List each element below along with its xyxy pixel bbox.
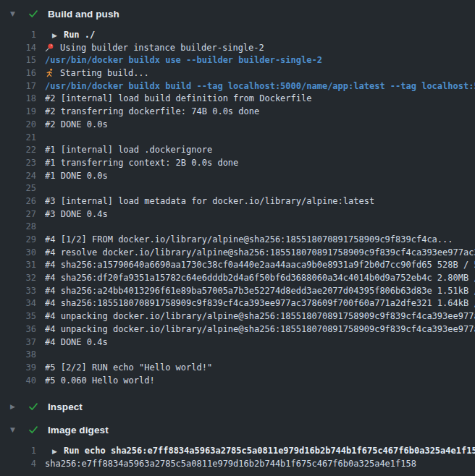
log-line: 17 /usr/bin/docker buildx build --tag lo…	[0, 80, 475, 93]
check-icon	[28, 424, 39, 435]
expand-arrow-icon[interactable]: ▶	[52, 446, 57, 458]
log-section-image-digest: ▼ Image digest 1 ▶Run echo sha256:e7ff88…	[0, 419, 475, 476]
line-number[interactable]: 30	[0, 247, 36, 260]
line-number[interactable]: 17	[0, 80, 36, 93]
line-number[interactable]: 36	[0, 323, 36, 336]
check-icon	[28, 8, 39, 20]
log-text: #2 transferring dockerfile: 74B 0.0s don…	[45, 106, 475, 119]
line-number[interactable]: 14	[0, 42, 36, 55]
log-text: #4 unpacking docker.io/library/alpine@sh…	[45, 323, 475, 336]
line-number[interactable]: 27	[0, 208, 36, 221]
line-number[interactable]: 23	[0, 157, 36, 170]
log-text	[45, 182, 475, 195]
log-line: 22 #1 [internal] load .dockerignore	[0, 144, 475, 157]
line-number[interactable]: 15	[0, 54, 36, 67]
line-number[interactable]: 31	[0, 259, 36, 272]
log-text: Using builder instance builder-single-2	[45, 42, 475, 55]
log-line: 35 #4 unpacking docker.io/library/alpine…	[0, 310, 475, 323]
log-line: 21	[0, 132, 475, 145]
section-title: Image digest	[48, 425, 109, 435]
line-number[interactable]: 16	[0, 67, 36, 80]
chevron-right-icon[interactable]: ▶	[10, 396, 28, 417]
line-number[interactable]: 28	[0, 221, 36, 234]
line-number[interactable]: 26	[0, 195, 36, 208]
log-text: #4 sha256:185518070891758909c9f839cf4ca3…	[45, 297, 475, 310]
log-line: 39 #5 [2/2] RUN echo "Hello world!"	[0, 362, 475, 375]
log-text: ▶Run ./	[45, 29, 475, 42]
log-line: 20 #2 DONE 0.0s	[0, 119, 475, 132]
line-number[interactable]: 19	[0, 106, 36, 119]
actions-log: ▼ Build and push 1 ▶Run ./ 14 Using buil…	[0, 0, 475, 476]
log-text: sha256:e7ff8834a5963a2785c5a0811e979d16b…	[45, 458, 475, 471]
log-text	[45, 349, 475, 362]
log-text: #5 [2/2] RUN echo "Hello world!"	[45, 362, 475, 375]
log-text: /usr/bin/docker buildx build --tag local…	[45, 80, 475, 93]
line-number[interactable]: 18	[0, 93, 36, 106]
log-text: #4 sha256:df20fa9351a15782c64e6dddb2d4a6…	[45, 272, 475, 285]
log-line: 18 #2 [internal] load build definition f…	[0, 93, 475, 106]
line-number[interactable]: 40	[0, 375, 36, 388]
pushpin-icon	[45, 43, 54, 52]
line-number[interactable]: 37	[0, 336, 36, 349]
log-text: #4 DONE 0.4s	[45, 336, 475, 349]
log-line: 27 #3 DONE 0.4s	[0, 208, 475, 221]
log-text: #4 sha256:a24bb4013296f61e89ba57005a7b3e…	[45, 285, 475, 298]
section-header-image-digest[interactable]: ▼ Image digest	[0, 419, 475, 441]
log-line: 34 #4 sha256:185518070891758909c9f839cf4…	[0, 297, 475, 310]
log-line: 14 Using builder instance builder-single…	[0, 42, 475, 55]
line-number[interactable]: 34	[0, 297, 36, 310]
line-number[interactable]: 38	[0, 349, 36, 362]
log-text	[45, 221, 475, 234]
line-number[interactable]: 20	[0, 119, 36, 132]
line-number[interactable]: 32	[0, 272, 36, 285]
log-text: #1 DONE 0.0s	[45, 170, 475, 183]
log-text: #2 [internal] load build definition from…	[45, 93, 475, 106]
section-header-inspect[interactable]: ▶ Inspect	[0, 396, 475, 417]
chevron-down-icon[interactable]: ▼	[10, 3, 28, 25]
log-line: 24 #1 DONE 0.0s	[0, 170, 475, 183]
log-line: 40 #5 0.060 Hello world!	[0, 375, 475, 388]
expand-arrow-icon[interactable]: ▶	[52, 30, 57, 42]
log-line: 16 Starting build...	[0, 67, 475, 80]
line-number[interactable]: 29	[0, 234, 36, 247]
log-text: #4 unpacking docker.io/library/alpine@sh…	[45, 310, 475, 323]
log-line: 19 #2 transferring dockerfile: 74B 0.0s …	[0, 106, 475, 119]
log-text: /usr/bin/docker buildx use --builder bui…	[45, 54, 475, 67]
log-text: #1 [internal] load .dockerignore	[45, 144, 475, 157]
log-line: 23 #1 transferring context: 2B 0.0s done	[0, 157, 475, 170]
log-line: 1 ▶Run echo sha256:e7ff8834a5963a2785c5a…	[0, 445, 475, 458]
log-line: 31 #4 sha256:a15790640a6690aa1730c38cf0a…	[0, 259, 475, 272]
log-section-build-and-push: ▼ Build and push 1 ▶Run ./ 14 Using buil…	[0, 3, 475, 394]
log-text	[45, 132, 475, 145]
runner-icon	[45, 68, 54, 77]
log-line: 26 #3 [internal] load metadata for docke…	[0, 195, 475, 208]
log-line: 15 /usr/bin/docker buildx use --builder …	[0, 54, 475, 67]
section-body: 1 ▶Run ./ 14 Using builder instance buil…	[0, 25, 475, 394]
log-text: Starting build...	[45, 67, 475, 80]
line-number[interactable]: 33	[0, 285, 36, 298]
line-number[interactable]: 39	[0, 362, 36, 375]
log-text: #4 [1/2] FROM docker.io/library/alpine@s…	[45, 234, 475, 247]
log-line: 30 #4 resolve docker.io/library/alpine@s…	[0, 247, 475, 260]
log-text: #3 DONE 0.4s	[45, 208, 475, 221]
line-number[interactable]: 24	[0, 170, 36, 183]
log-text: #1 transferring context: 2B 0.0s done	[45, 157, 475, 170]
section-title: Build and push	[48, 9, 119, 20]
line-number[interactable]: 21	[0, 132, 36, 145]
log-text: #4 sha256:a15790640a6690aa1730c38cf0a440…	[45, 259, 475, 272]
chevron-down-icon[interactable]: ▼	[10, 419, 28, 441]
line-number[interactable]: 25	[0, 182, 36, 195]
line-number[interactable]: 35	[0, 310, 36, 323]
line-number[interactable]: 22	[0, 144, 36, 157]
section-header-build-and-push[interactable]: ▼ Build and push	[0, 3, 475, 25]
log-line: 25	[0, 182, 475, 195]
section-title: Inspect	[48, 401, 83, 412]
line-number[interactable]: 1	[0, 445, 36, 458]
command-text: Run echo sha256:e7ff8834a5963a2785c5a081…	[64, 446, 475, 456]
line-number[interactable]: 4	[0, 458, 36, 471]
log-line: 37 #4 DONE 0.4s	[0, 336, 475, 349]
line-number[interactable]: 1	[0, 29, 36, 42]
log-line: 33 #4 sha256:a24bb4013296f61e89ba57005a7…	[0, 285, 475, 298]
log-text: ▶Run echo sha256:e7ff8834a5963a2785c5a08…	[45, 445, 475, 458]
log-section-inspect: ▶ Inspect	[0, 396, 475, 417]
